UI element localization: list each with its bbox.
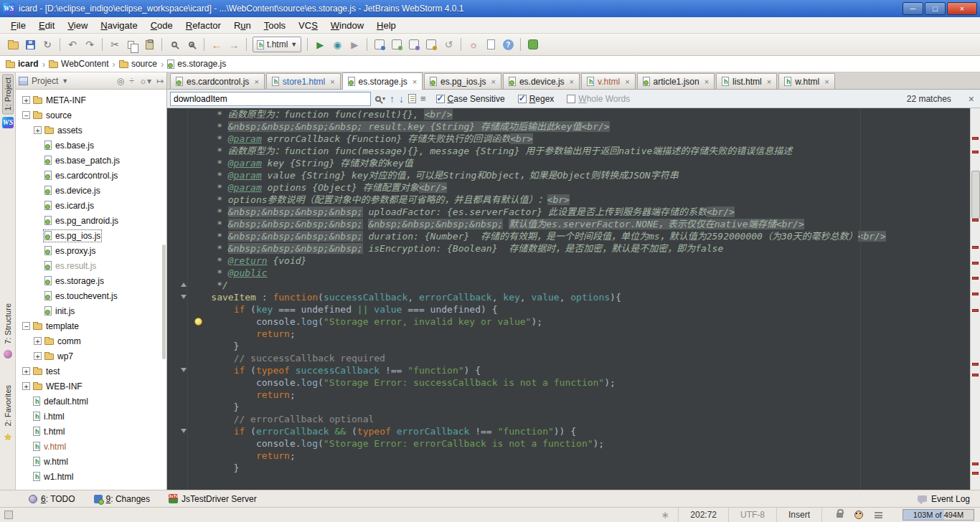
event-log-button[interactable]: Event Log bbox=[918, 494, 970, 504]
diff-icon[interactable] bbox=[406, 37, 422, 52]
menu-refactor[interactable]: Refactor bbox=[179, 19, 227, 32]
menu-tools[interactable]: Tools bbox=[258, 19, 292, 32]
plus-expander-icon[interactable]: + bbox=[22, 367, 30, 375]
close-tab-icon[interactable]: × bbox=[767, 77, 771, 86]
editor-scrollbar-thumb[interactable] bbox=[971, 171, 980, 219]
menu-vcs[interactable]: VCS bbox=[292, 19, 324, 32]
tree-item-es-base-js[interactable]: es.base.js bbox=[16, 138, 166, 153]
replace-icon[interactable] bbox=[184, 37, 199, 52]
maximize-button[interactable]: □ bbox=[925, 2, 946, 15]
tree-item-t-html[interactable]: t.html bbox=[16, 424, 166, 439]
tree-item-default-html[interactable]: default.html bbox=[16, 394, 166, 409]
gear-icon[interactable]: ☼▾ bbox=[139, 76, 151, 86]
menu-navigate[interactable]: Navigate bbox=[94, 19, 143, 32]
caret-position[interactable]: 202:72 bbox=[678, 508, 728, 522]
menu-help[interactable]: Help bbox=[370, 19, 402, 32]
menu-edit[interactable]: Edit bbox=[32, 19, 61, 32]
tree-item-w1-html[interactable]: w1.html bbox=[16, 469, 166, 484]
menu-file[interactable]: File bbox=[4, 19, 32, 32]
tab-v-html[interactable]: v.html× bbox=[581, 73, 636, 89]
back-icon[interactable]: ← bbox=[209, 37, 225, 52]
toolwindow-button-jstestdriver-server[interactable]: JsTdJsTestDriver Server bbox=[169, 494, 257, 504]
tree-item-es-result-js[interactable]: es.result.js bbox=[16, 258, 166, 273]
minimize-button[interactable]: ─ bbox=[903, 2, 923, 15]
close-tab-icon[interactable]: × bbox=[491, 77, 495, 86]
search-history-icon[interactable]: ▾ bbox=[375, 95, 385, 102]
tree-item-init-js[interactable]: init.js bbox=[16, 303, 166, 318]
toggle-toolwindows-icon[interactable] bbox=[4, 511, 13, 519]
minus-expander-icon[interactable]: − bbox=[22, 322, 30, 330]
forward-icon[interactable]: → bbox=[226, 37, 242, 52]
fold-marker-icon[interactable] bbox=[181, 429, 187, 433]
export-matches-icon[interactable] bbox=[408, 94, 416, 103]
stripe-button-structure[interactable]: 7: Structure bbox=[0, 300, 16, 359]
tree-item-es-device-js[interactable]: es.device.js bbox=[16, 183, 166, 198]
close-tab-icon[interactable]: × bbox=[705, 77, 709, 86]
hector-inspector-icon[interactable] bbox=[854, 511, 863, 519]
tree-item-v-html[interactable]: v.html bbox=[16, 439, 166, 454]
close-button[interactable]: × bbox=[947, 2, 977, 15]
tree-item-test[interactable]: +test bbox=[16, 364, 166, 379]
next-occurrence-icon[interactable]: ↓ bbox=[399, 93, 404, 105]
tree-item-meta-inf[interactable]: +META-INF bbox=[16, 92, 166, 108]
structure-icon[interactable] bbox=[423, 37, 439, 52]
lock-icon[interactable] bbox=[837, 513, 843, 518]
stripe-button-favorites[interactable]: 2: Favorites★ bbox=[0, 382, 16, 442]
tree-item-es-icard-js[interactable]: es.icard.js bbox=[16, 198, 166, 213]
tree-item-es-pg-ios-js[interactable]: es.pg_ios.js bbox=[16, 228, 166, 243]
find-icon[interactable] bbox=[166, 37, 182, 52]
tab-store1-html[interactable]: store1.html× bbox=[266, 73, 341, 89]
open-icon[interactable] bbox=[5, 37, 21, 52]
plus-expander-icon[interactable]: + bbox=[22, 382, 30, 390]
line-separator-icon[interactable] bbox=[875, 512, 882, 518]
sync-icon[interactable]: ↻ bbox=[39, 37, 55, 52]
fold-marker-icon[interactable] bbox=[181, 295, 187, 299]
search-input[interactable] bbox=[170, 92, 371, 106]
close-tab-icon[interactable]: × bbox=[625, 77, 629, 86]
plus-expander-icon[interactable]: + bbox=[34, 126, 42, 134]
rollback-icon[interactable]: ↺ bbox=[440, 37, 456, 52]
breadcrumb-item-webcontent[interactable]: WebContent bbox=[49, 59, 109, 69]
tree-item-wp7[interactable]: +wp7 bbox=[16, 348, 166, 364]
close-tab-icon[interactable]: × bbox=[570, 77, 574, 86]
plus-expander-icon[interactable]: + bbox=[22, 96, 30, 104]
hide-panel-icon[interactable]: ↦ bbox=[156, 76, 164, 86]
help-icon[interactable]: ? bbox=[500, 37, 516, 52]
settings-icon[interactable]: ☼ bbox=[466, 37, 481, 52]
tree-item-web-inf[interactable]: +WEB-INF bbox=[16, 379, 166, 394]
redo-icon[interactable]: ↷ bbox=[82, 37, 98, 52]
close-tab-icon[interactable]: × bbox=[254, 77, 258, 86]
intention-bulb-icon[interactable] bbox=[194, 318, 202, 326]
save-icon[interactable] bbox=[22, 37, 38, 52]
cut-icon[interactable]: ✂ bbox=[107, 37, 123, 52]
find-option-whole-words[interactable]: Whole Words bbox=[567, 94, 630, 104]
fold-marker-icon[interactable] bbox=[181, 283, 187, 287]
tree-item-i-html[interactable]: i.html bbox=[16, 409, 166, 424]
copy-icon[interactable] bbox=[124, 37, 140, 52]
deploy-icon[interactable] bbox=[389, 37, 405, 52]
insert-mode[interactable]: Insert bbox=[776, 508, 821, 522]
minus-expander-icon[interactable]: − bbox=[22, 111, 30, 119]
paste-icon[interactable] bbox=[141, 37, 157, 52]
tree-scrollbar[interactable] bbox=[162, 245, 166, 359]
node-icon[interactable] bbox=[525, 37, 541, 52]
editor[interactable]: * 函数原型为：function func(result){}, <br/> *… bbox=[167, 108, 980, 490]
tree-item-es-base-patch-js[interactable]: es.base_patch.js bbox=[16, 153, 166, 168]
undo-icon[interactable]: ↶ bbox=[65, 37, 80, 52]
fold-marker-icon[interactable] bbox=[181, 368, 187, 372]
menu-window[interactable]: Window bbox=[324, 19, 370, 32]
tab-es-storage-js[interactable]: es.storage.js× bbox=[342, 72, 423, 90]
menu-code[interactable]: Code bbox=[144, 19, 179, 32]
tree-item-es-pg-android-js[interactable]: es.pg_android.js bbox=[16, 213, 166, 228]
tree-item-w-html[interactable]: w.html bbox=[16, 454, 166, 469]
menu-view[interactable]: View bbox=[61, 19, 94, 32]
plus-expander-icon[interactable]: + bbox=[34, 337, 42, 345]
run-icon[interactable]: ▶ bbox=[312, 37, 328, 52]
tree-item-source[interactable]: −source bbox=[16, 108, 166, 123]
close-find-icon[interactable]: × bbox=[969, 93, 980, 105]
breadcrumb-item-es-storage-js[interactable]: es.storage.js bbox=[167, 59, 226, 69]
tree-item-es-cardcontrol-js[interactable]: es.cardcontrol.js bbox=[16, 168, 166, 183]
tree-item-comm[interactable]: +comm bbox=[16, 333, 166, 348]
menu-run[interactable]: Run bbox=[227, 19, 258, 32]
project-view-title[interactable]: Project bbox=[32, 76, 58, 86]
